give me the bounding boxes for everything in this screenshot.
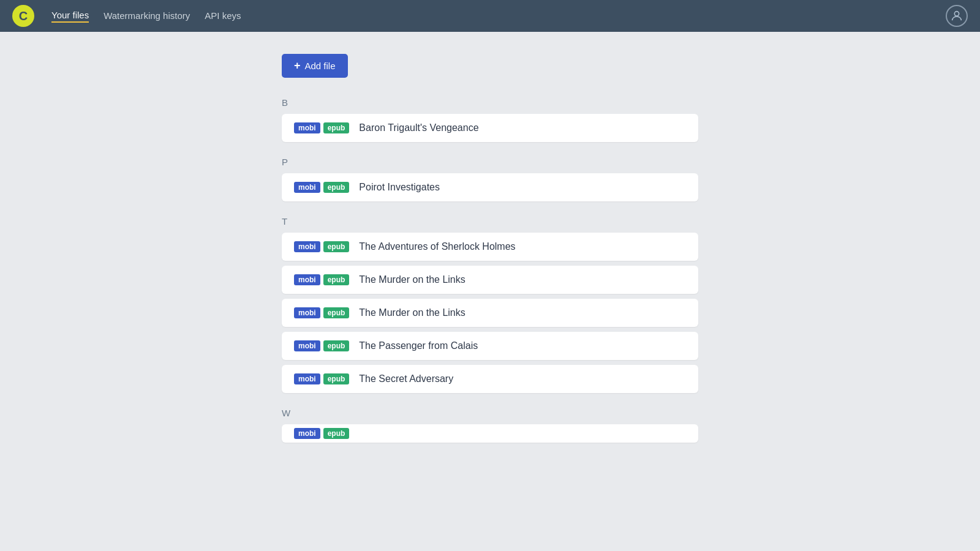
badge-mobi: mobi: [294, 428, 320, 439]
badge-epub: epub: [323, 122, 350, 133]
plus-icon: +: [294, 59, 301, 72]
add-file-label: Add file: [305, 61, 336, 71]
section-group-p: P mobi epub Poirot Investigates: [282, 157, 698, 201]
file-item[interactable]: mobi epub The Passenger from Calais: [282, 332, 698, 360]
badges: mobi epub: [294, 241, 349, 252]
badge-epub: epub: [323, 274, 350, 285]
file-title: Poirot Investigates: [359, 182, 440, 193]
nav-link-api-keys[interactable]: API keys: [205, 10, 241, 22]
file-title: The Murder on the Links: [359, 307, 465, 318]
section-letter-b: B: [282, 97, 698, 108]
badges: mobi epub: [294, 307, 349, 318]
badge-mobi: mobi: [294, 274, 320, 285]
file-title: Baron Trigault's Vengeance: [359, 122, 478, 133]
file-item[interactable]: mobi epub The Murder on the Links: [282, 299, 698, 327]
badge-epub: epub: [323, 241, 350, 252]
add-file-button[interactable]: + Add file: [282, 54, 348, 78]
nav-links: Your files Watermarking history API keys: [51, 10, 241, 23]
user-avatar[interactable]: [946, 5, 968, 27]
badge-mobi: mobi: [294, 182, 320, 193]
badge-mobi: mobi: [294, 373, 320, 384]
section-letter-p: P: [282, 157, 698, 167]
file-item[interactable]: mobi epub The Adventures of Sherlock Hol…: [282, 233, 698, 261]
navbar-left: C Your files Watermarking history API ke…: [12, 5, 241, 27]
navbar: C Your files Watermarking history API ke…: [0, 0, 980, 32]
badges: mobi epub: [294, 274, 349, 285]
nav-link-your-files[interactable]: Your files: [51, 10, 89, 23]
section-letter-w: W: [282, 408, 698, 418]
badge-mobi: mobi: [294, 241, 320, 252]
badge-epub: epub: [323, 340, 350, 351]
file-title: The Secret Adversary: [359, 373, 453, 384]
file-title: The Passenger from Calais: [359, 340, 478, 351]
section-group-w: W mobi epub: [282, 408, 698, 443]
file-item[interactable]: mobi epub The Murder on the Links: [282, 266, 698, 294]
badge-epub: epub: [323, 428, 350, 439]
content-wrapper: + Add file B mobi epub Baron Trigault's …: [282, 54, 698, 457]
badge-mobi: mobi: [294, 122, 320, 133]
file-item[interactable]: mobi epub The Secret Adversary: [282, 365, 698, 393]
badge-mobi: mobi: [294, 340, 320, 351]
logo[interactable]: C: [12, 5, 34, 27]
badge-epub: epub: [323, 307, 350, 318]
section-letter-t: T: [282, 216, 698, 227]
svg-point-0: [954, 12, 959, 16]
file-item-partial[interactable]: mobi epub: [282, 424, 698, 443]
badge-epub: epub: [323, 182, 350, 193]
file-item[interactable]: mobi epub Poirot Investigates: [282, 173, 698, 201]
badges: mobi epub: [294, 373, 349, 384]
badges: mobi epub: [294, 122, 349, 133]
main-content: + Add file B mobi epub Baron Trigault's …: [0, 32, 980, 479]
file-title: The Murder on the Links: [359, 274, 465, 285]
file-item[interactable]: mobi epub Baron Trigault's Vengeance: [282, 114, 698, 142]
section-group-t: T mobi epub The Adventures of Sherlock H…: [282, 216, 698, 393]
navbar-right: [946, 5, 968, 27]
badges: mobi epub: [294, 182, 349, 193]
badges: mobi epub: [294, 340, 349, 351]
badge-mobi: mobi: [294, 307, 320, 318]
nav-link-watermarking-history[interactable]: Watermarking history: [104, 10, 190, 22]
section-group-b: B mobi epub Baron Trigault's Vengeance: [282, 97, 698, 142]
badges: mobi epub: [294, 428, 349, 439]
badge-epub: epub: [323, 373, 350, 384]
file-title: The Adventures of Sherlock Holmes: [359, 241, 515, 252]
